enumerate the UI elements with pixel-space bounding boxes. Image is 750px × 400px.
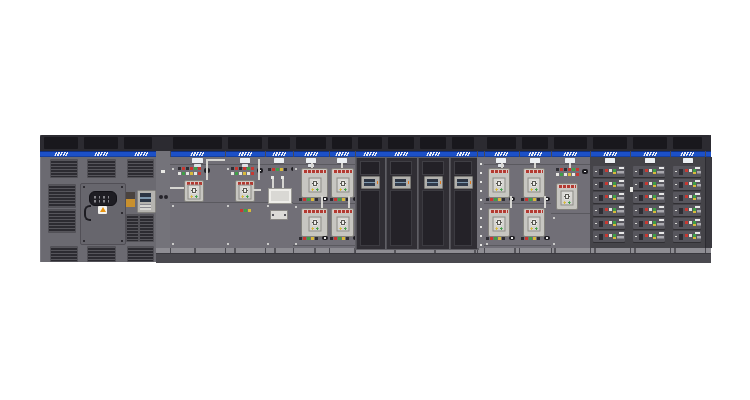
louver-panel: [50, 246, 78, 262]
louver-panel: [127, 246, 154, 262]
circuit-breaker: [235, 180, 255, 202]
drawer-unit: [673, 205, 701, 216]
metering-column: [265, 157, 293, 248]
screw-icon: [121, 240, 123, 242]
vent-slot: [420, 137, 446, 149]
brand-wordmark-icon: [603, 152, 618, 156]
screw-icon: [267, 243, 269, 245]
door-handle-icon: [84, 205, 91, 221]
warning-triangle-icon: [98, 206, 107, 214]
drawer-unit: [673, 231, 701, 242]
drawer-unit: [593, 166, 625, 177]
brand-wordmark-icon: [456, 152, 471, 156]
brand-wordmark-icon: [680, 152, 695, 156]
wire: [544, 196, 546, 208]
label-plate-orange: [126, 199, 135, 207]
vent-slot: [124, 137, 152, 149]
drawer-unit: [673, 192, 701, 203]
indicator-light-cluster: [178, 167, 202, 175]
label-tab: [240, 158, 250, 163]
cable-connector-plate: [89, 191, 117, 206]
louver-panel: [48, 209, 76, 233]
hmi-display: [454, 176, 473, 189]
circuit-breaker: [523, 208, 545, 237]
end-panel: [705, 157, 712, 248]
brand-wordmark-icon: [94, 152, 109, 156]
drawer-unit: [633, 205, 665, 216]
indicator-light-cluster: [330, 237, 352, 240]
brand-wordmark-icon: [134, 152, 149, 156]
compartment-line: [551, 164, 590, 165]
louver-panel: [48, 184, 76, 208]
screw-icon: [553, 217, 555, 219]
screw-icon: [227, 205, 229, 207]
vent-slot: [332, 137, 352, 149]
screw-icon: [83, 240, 85, 242]
drawer-unit: [593, 218, 625, 229]
controller-column-4: [449, 157, 479, 250]
screw-icon: [172, 205, 174, 207]
vent-slot: [452, 137, 474, 149]
controller-column-1: [355, 157, 387, 250]
compartment-line: [265, 164, 293, 165]
vent-slot: [633, 137, 667, 149]
label-tab: [645, 158, 655, 163]
circuit-breaker: [301, 208, 328, 237]
wire: [170, 187, 184, 189]
circuit-breaker: [301, 168, 328, 198]
feeder-column-2: [329, 157, 355, 248]
louver-panel: [50, 159, 78, 178]
label-tab: [683, 158, 693, 163]
screw-icon: [172, 168, 174, 170]
indicator-light-cluster: [231, 167, 255, 175]
indicator-light-cluster: [486, 198, 508, 201]
compartment-line: [551, 213, 590, 214]
vent-slot: [554, 137, 587, 149]
brand-wordmark-icon: [54, 152, 69, 156]
compartment-line: [329, 245, 355, 246]
feeder-column-4: [519, 157, 551, 248]
drawer-column-2: [630, 157, 670, 248]
drawer-unit: [633, 179, 665, 190]
brand-wordmark-icon: [190, 152, 205, 156]
compartment-line: [484, 245, 519, 246]
vent-inset: [360, 161, 380, 175]
drawer-column-3: [670, 157, 705, 248]
vent-slot: [673, 137, 702, 149]
wire: [206, 159, 208, 180]
indicator-light-cluster: [556, 168, 580, 176]
circuit-breaker: [331, 168, 354, 198]
brand-wordmark-icon: [426, 152, 441, 156]
hmi-display: [392, 176, 411, 189]
vent-slot: [296, 137, 326, 149]
screw-icon: [121, 186, 123, 188]
compartment-line: [519, 203, 551, 204]
brand-wordmark-icon: [335, 152, 350, 156]
knob-icon: [164, 195, 168, 199]
indicator-light-cluster: [521, 198, 543, 201]
wire: [206, 159, 225, 161]
screw-icon: [227, 168, 229, 170]
circuit-breaker: [488, 168, 510, 198]
joint-strip: [477, 157, 484, 248]
circuit-breaker: [523, 168, 545, 198]
vent-slot: [228, 137, 262, 149]
drawer-unit: [633, 166, 665, 177]
indicator-light-cluster: [486, 237, 508, 240]
controller-door: [360, 190, 380, 246]
fitting-icon: [161, 170, 165, 173]
vent-slot: [522, 137, 548, 149]
drawer-unit: [673, 218, 701, 229]
drawer-unit: [673, 179, 701, 190]
indicator-light-cluster: [268, 168, 290, 171]
screw-icon: [295, 168, 297, 170]
screw-icon: [553, 243, 555, 245]
screw-icon: [227, 243, 229, 245]
compartment-line: [329, 203, 355, 204]
screw-icon: [172, 243, 174, 245]
vent-slot: [358, 137, 382, 149]
controller-door: [390, 190, 412, 246]
indicator-light-cluster: [299, 237, 321, 240]
compartment-line: [519, 245, 551, 246]
indicator-light-cluster: [299, 198, 321, 201]
